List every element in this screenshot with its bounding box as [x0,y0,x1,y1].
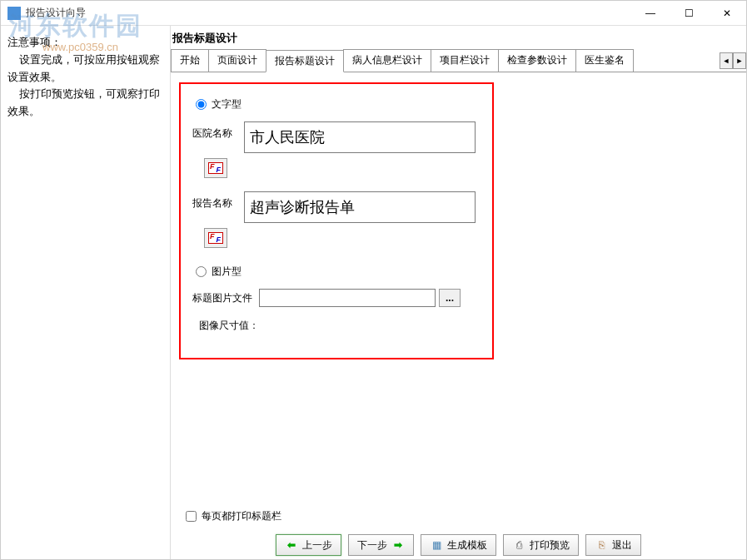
tab-scroll-right-icon[interactable]: ► [733,52,746,69]
arrow-left-icon: ⬅ [285,538,298,552]
maximize-button[interactable]: ☐ [670,1,708,26]
template-icon [430,538,443,552]
app-window: 报告设计向导 — ☐ ✕ 河东软件园 www.pc0359.cn 注意事项： 设… [0,0,747,560]
hospital-name-input[interactable] [244,121,476,153]
window-title: 报告设计向导 [26,6,86,20]
radio-image-type[interactable]: 图片型 [196,265,481,279]
browse-button[interactable]: ... [439,289,461,307]
font-icon [208,162,223,174]
page-title: 报告标题设计 [171,26,746,49]
tab-scroll-left-icon[interactable]: ◄ [720,52,733,69]
report-name-label: 报告名称 [192,191,244,211]
image-size-label: 图像尺寸值： [199,320,259,331]
arrow-right-icon: ➡ [391,538,405,552]
radio-text-input[interactable] [196,99,207,110]
prev-label: 上一步 [302,538,332,553]
sidebar-notes: 注意事项： 设置完成，可按应用按钮观察设置效果。 按打印预览按钮，可观察打印效果… [7,34,163,121]
highlighted-region: 文字型 医院名称 [179,82,494,359]
image-file-label: 标题图片文件 [192,291,259,305]
exit-icon [595,538,608,552]
bottom-button-bar: ⬅ 上一步 下一步 ➡ 生成模板 打印预览 退出 [171,523,746,560]
print-every-page-checkbox[interactable] [186,511,197,522]
next-label: 下一步 [357,538,387,553]
next-button[interactable]: 下一步 ➡ [348,534,414,556]
tab-page-design[interactable]: 页面设计 [208,49,266,72]
tab-patient-info[interactable]: 病人信息栏设计 [343,49,431,72]
printer-icon [512,538,525,552]
main-panel: 报告标题设计 开始 页面设计 报告标题设计 病人信息栏设计 项目栏设计 检查参数… [171,26,746,559]
app-icon [7,7,21,20]
tab-doctor-sign[interactable]: 医生鉴名 [575,49,634,72]
font-icon [208,232,223,244]
tab-exam-params[interactable]: 检查参数设计 [498,49,576,72]
close-button[interactable]: ✕ [708,1,746,26]
titlebar: 报告设计向导 — ☐ ✕ [1,1,746,26]
radio-text-type[interactable]: 文字型 [196,97,481,112]
preview-label: 打印预览 [530,538,570,553]
print-every-page-row[interactable]: 每页都打印标题栏 [186,509,746,523]
tab-strip: 开始 页面设计 报告标题设计 病人信息栏设计 项目栏设计 检查参数设计 医生鉴名… [171,49,746,72]
sidebar: 注意事项： 设置完成，可按应用按钮观察设置效果。 按打印预览按钮，可观察打印效果… [1,26,171,559]
hospital-name-label: 医院名称 [192,121,244,141]
exit-button[interactable]: 退出 [585,534,641,556]
generate-template-button[interactable]: 生成模板 [421,534,496,556]
image-file-input[interactable] [259,289,436,307]
exit-label: 退出 [612,538,632,553]
radio-text-label: 文字型 [212,97,242,112]
report-name-input[interactable] [244,191,476,223]
form-area: 文字型 医院名称 [171,72,746,523]
radio-image-label: 图片型 [212,265,242,279]
print-every-page-label: 每页都打印标题栏 [202,509,281,523]
prev-button[interactable]: ⬅ 上一步 [276,534,341,556]
report-font-button[interactable] [204,228,227,248]
hospital-font-button[interactable] [204,158,227,178]
generate-label: 生成模板 [447,538,487,553]
radio-image-input[interactable] [196,266,207,277]
tab-title-design[interactable]: 报告标题设计 [266,50,344,72]
tab-item-column[interactable]: 项目栏设计 [431,49,499,72]
tab-start[interactable]: 开始 [171,49,209,72]
minimize-button[interactable]: — [631,1,670,26]
print-preview-button[interactable]: 打印预览 [503,534,579,556]
